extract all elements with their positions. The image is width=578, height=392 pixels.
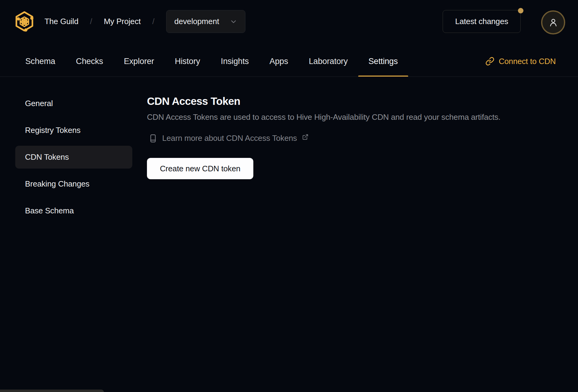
breadcrumb-separator: / [152,17,155,26]
sidebar-item-label: General [25,99,53,108]
connect-to-cdn-label: Connect to CDN [499,57,556,66]
sidebar-item-label: Breaking Changes [25,179,89,189]
tab-explorer[interactable]: Explorer [113,46,164,77]
tab-label: Laboratory [309,57,348,66]
settings-sidebar: General Registry Tokens CDN Tokens Break… [15,92,132,222]
hive-app: The Guild / My Project / development Lat… [0,0,578,392]
learn-more-link[interactable]: Learn more about CDN Access Tokens [148,134,309,143]
tab-label: Settings [369,57,398,66]
link-icon [485,57,494,66]
target-selector[interactable]: development [166,10,245,33]
tab-apps[interactable]: Apps [259,46,298,77]
book-icon [148,134,158,143]
honeycomb-hexagon-icon [14,10,34,33]
tab-laboratory[interactable]: Laboratory [298,46,358,77]
tab-label: History [175,57,200,66]
tab-label: Explorer [124,57,154,66]
bottom-toast-edge[interactable] [0,390,104,392]
notification-dot-icon [518,8,523,13]
sidebar-item-label: Base Schema [25,206,74,216]
connect-to-cdn-link[interactable]: Connect to CDN [485,46,556,77]
project-tabs: Schema Checks Explorer History Insights … [15,46,408,77]
breadcrumb-separator: / [90,17,92,26]
user-menu-button[interactable] [541,10,565,34]
tabbar-divider [0,77,578,77]
external-link-icon [302,134,309,140]
tab-history[interactable]: History [164,46,210,77]
tab-label: Insights [221,57,249,66]
sidebar-item-label: CDN Tokens [25,152,69,162]
breadcrumb-project[interactable]: My Project [104,17,141,26]
guild-logo-icon[interactable] [14,10,34,33]
create-cdn-token-button[interactable]: Create new CDN token [147,158,253,179]
target-selector-value: development [174,17,219,26]
tab-schema[interactable]: Schema [15,46,66,77]
tab-label: Schema [25,57,55,66]
sidebar-item-registry-tokens[interactable]: Registry Tokens [15,119,132,142]
learn-more-label: Learn more about CDN Access Tokens [162,134,297,143]
breadcrumb: The Guild / My Project / development [45,10,245,33]
tab-label: Checks [76,57,103,66]
latest-changes-button[interactable]: Latest changes [443,10,521,33]
chevron-down-icon [229,17,238,26]
tab-label: Apps [269,57,288,66]
tab-checks[interactable]: Checks [66,46,113,77]
sidebar-item-breaking-changes[interactable]: Breaking Changes [15,173,132,195]
user-icon [548,17,559,28]
sidebar-item-cdn-tokens[interactable]: CDN Tokens [15,146,132,169]
sidebar-item-label: Registry Tokens [25,126,80,135]
tab-insights[interactable]: Insights [210,46,259,77]
page-description: CDN Access Tokens are used to access to … [147,112,501,122]
tab-settings[interactable]: Settings [358,46,408,77]
breadcrumb-org[interactable]: The Guild [45,17,78,26]
page-title: CDN Access Token [147,95,240,107]
sidebar-item-base-schema[interactable]: Base Schema [15,199,132,222]
sidebar-item-general[interactable]: General [15,92,132,115]
